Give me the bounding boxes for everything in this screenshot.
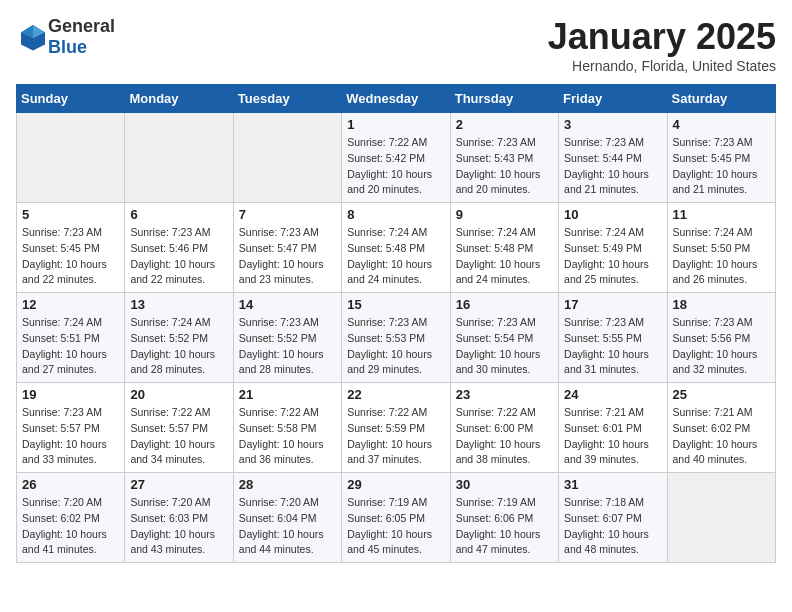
calendar-cell: 26 Sunrise: 7:20 AMSunset: 6:02 PMDaylig… [17,473,125,563]
calendar-cell: 28 Sunrise: 7:20 AMSunset: 6:04 PMDaylig… [233,473,341,563]
day-info: Sunrise: 7:19 AMSunset: 6:06 PMDaylight:… [456,496,541,555]
calendar-cell: 4 Sunrise: 7:23 AMSunset: 5:45 PMDayligh… [667,113,775,203]
weekday-header-tuesday: Tuesday [233,85,341,113]
calendar-cell: 9 Sunrise: 7:24 AMSunset: 5:48 PMDayligh… [450,203,558,293]
day-number: 1 [347,117,444,132]
day-number: 17 [564,297,661,312]
calendar-cell: 22 Sunrise: 7:22 AMSunset: 5:59 PMDaylig… [342,383,450,473]
calendar-cell [233,113,341,203]
day-number: 14 [239,297,336,312]
calendar-cell: 15 Sunrise: 7:23 AMSunset: 5:53 PMDaylig… [342,293,450,383]
weekday-header-wednesday: Wednesday [342,85,450,113]
calendar-cell: 7 Sunrise: 7:23 AMSunset: 5:47 PMDayligh… [233,203,341,293]
day-info: Sunrise: 7:23 AMSunset: 5:45 PMDaylight:… [673,136,758,195]
day-info: Sunrise: 7:20 AMSunset: 6:02 PMDaylight:… [22,496,107,555]
day-info: Sunrise: 7:22 AMSunset: 5:59 PMDaylight:… [347,406,432,465]
day-number: 3 [564,117,661,132]
day-number: 2 [456,117,553,132]
day-info: Sunrise: 7:20 AMSunset: 6:03 PMDaylight:… [130,496,215,555]
calendar-cell: 19 Sunrise: 7:23 AMSunset: 5:57 PMDaylig… [17,383,125,473]
day-number: 4 [673,117,770,132]
month-title: January 2025 [548,16,776,58]
calendar-week-2: 5 Sunrise: 7:23 AMSunset: 5:45 PMDayligh… [17,203,776,293]
day-number: 10 [564,207,661,222]
calendar-cell: 31 Sunrise: 7:18 AMSunset: 6:07 PMDaylig… [559,473,667,563]
calendar-cell: 29 Sunrise: 7:19 AMSunset: 6:05 PMDaylig… [342,473,450,563]
day-number: 24 [564,387,661,402]
calendar-cell: 21 Sunrise: 7:22 AMSunset: 5:58 PMDaylig… [233,383,341,473]
title-block: January 2025 Hernando, Florida, United S… [548,16,776,74]
logo: General Blue [16,16,115,58]
calendar-cell: 3 Sunrise: 7:23 AMSunset: 5:44 PMDayligh… [559,113,667,203]
weekday-header-friday: Friday [559,85,667,113]
day-info: Sunrise: 7:24 AMSunset: 5:51 PMDaylight:… [22,316,107,375]
weekday-header-row: SundayMondayTuesdayWednesdayThursdayFrid… [17,85,776,113]
calendar-week-5: 26 Sunrise: 7:20 AMSunset: 6:02 PMDaylig… [17,473,776,563]
calendar-week-3: 12 Sunrise: 7:24 AMSunset: 5:51 PMDaylig… [17,293,776,383]
day-info: Sunrise: 7:24 AMSunset: 5:52 PMDaylight:… [130,316,215,375]
day-info: Sunrise: 7:23 AMSunset: 5:54 PMDaylight:… [456,316,541,375]
calendar-cell: 2 Sunrise: 7:23 AMSunset: 5:43 PMDayligh… [450,113,558,203]
page-header: General Blue January 2025 Hernando, Flor… [16,16,776,74]
day-number: 20 [130,387,227,402]
calendar-cell [125,113,233,203]
day-info: Sunrise: 7:23 AMSunset: 5:45 PMDaylight:… [22,226,107,285]
day-number: 5 [22,207,119,222]
day-info: Sunrise: 7:23 AMSunset: 5:55 PMDaylight:… [564,316,649,375]
day-info: Sunrise: 7:21 AMSunset: 6:01 PMDaylight:… [564,406,649,465]
calendar-cell: 17 Sunrise: 7:23 AMSunset: 5:55 PMDaylig… [559,293,667,383]
calendar-cell [667,473,775,563]
calendar-week-1: 1 Sunrise: 7:22 AMSunset: 5:42 PMDayligh… [17,113,776,203]
day-info: Sunrise: 7:22 AMSunset: 5:42 PMDaylight:… [347,136,432,195]
calendar-cell [17,113,125,203]
day-number: 19 [22,387,119,402]
weekday-header-sunday: Sunday [17,85,125,113]
calendar-week-4: 19 Sunrise: 7:23 AMSunset: 5:57 PMDaylig… [17,383,776,473]
day-info: Sunrise: 7:24 AMSunset: 5:48 PMDaylight:… [456,226,541,285]
calendar-cell: 25 Sunrise: 7:21 AMSunset: 6:02 PMDaylig… [667,383,775,473]
calendar-cell: 18 Sunrise: 7:23 AMSunset: 5:56 PMDaylig… [667,293,775,383]
day-info: Sunrise: 7:20 AMSunset: 6:04 PMDaylight:… [239,496,324,555]
day-info: Sunrise: 7:18 AMSunset: 6:07 PMDaylight:… [564,496,649,555]
day-info: Sunrise: 7:23 AMSunset: 5:57 PMDaylight:… [22,406,107,465]
calendar-cell: 10 Sunrise: 7:24 AMSunset: 5:49 PMDaylig… [559,203,667,293]
day-number: 28 [239,477,336,492]
calendar-cell: 12 Sunrise: 7:24 AMSunset: 5:51 PMDaylig… [17,293,125,383]
day-number: 18 [673,297,770,312]
calendar-cell: 27 Sunrise: 7:20 AMSunset: 6:03 PMDaylig… [125,473,233,563]
day-info: Sunrise: 7:22 AMSunset: 5:57 PMDaylight:… [130,406,215,465]
day-number: 12 [22,297,119,312]
day-number: 23 [456,387,553,402]
calendar-cell: 5 Sunrise: 7:23 AMSunset: 5:45 PMDayligh… [17,203,125,293]
day-info: Sunrise: 7:24 AMSunset: 5:49 PMDaylight:… [564,226,649,285]
calendar-cell: 13 Sunrise: 7:24 AMSunset: 5:52 PMDaylig… [125,293,233,383]
day-number: 21 [239,387,336,402]
day-number: 6 [130,207,227,222]
day-info: Sunrise: 7:24 AMSunset: 5:50 PMDaylight:… [673,226,758,285]
calendar-cell: 1 Sunrise: 7:22 AMSunset: 5:42 PMDayligh… [342,113,450,203]
day-info: Sunrise: 7:23 AMSunset: 5:47 PMDaylight:… [239,226,324,285]
day-info: Sunrise: 7:21 AMSunset: 6:02 PMDaylight:… [673,406,758,465]
day-info: Sunrise: 7:23 AMSunset: 5:53 PMDaylight:… [347,316,432,375]
day-number: 9 [456,207,553,222]
calendar-cell: 16 Sunrise: 7:23 AMSunset: 5:54 PMDaylig… [450,293,558,383]
calendar-cell: 23 Sunrise: 7:22 AMSunset: 6:00 PMDaylig… [450,383,558,473]
day-info: Sunrise: 7:23 AMSunset: 5:52 PMDaylight:… [239,316,324,375]
day-info: Sunrise: 7:23 AMSunset: 5:46 PMDaylight:… [130,226,215,285]
logo-blue-text: Blue [48,37,87,57]
day-info: Sunrise: 7:19 AMSunset: 6:05 PMDaylight:… [347,496,432,555]
day-number: 8 [347,207,444,222]
day-number: 25 [673,387,770,402]
day-number: 29 [347,477,444,492]
calendar-cell: 8 Sunrise: 7:24 AMSunset: 5:48 PMDayligh… [342,203,450,293]
day-info: Sunrise: 7:22 AMSunset: 6:00 PMDaylight:… [456,406,541,465]
weekday-header-saturday: Saturday [667,85,775,113]
location: Hernando, Florida, United States [548,58,776,74]
calendar-cell: 11 Sunrise: 7:24 AMSunset: 5:50 PMDaylig… [667,203,775,293]
day-number: 22 [347,387,444,402]
day-number: 11 [673,207,770,222]
day-number: 31 [564,477,661,492]
day-info: Sunrise: 7:23 AMSunset: 5:44 PMDaylight:… [564,136,649,195]
logo-general-text: General [48,16,115,36]
calendar-table: SundayMondayTuesdayWednesdayThursdayFrid… [16,84,776,563]
